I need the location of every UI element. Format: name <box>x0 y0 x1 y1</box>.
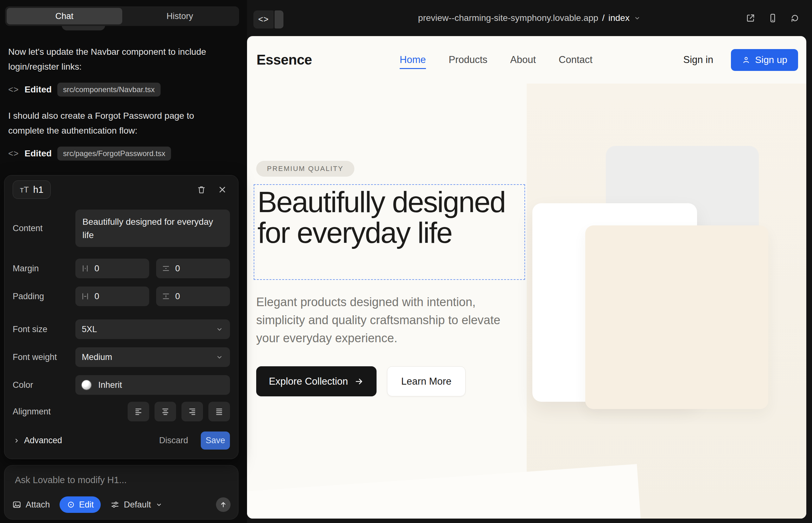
close-editor-button[interactable] <box>215 182 230 197</box>
margin-horizontal-input[interactable]: 0 <box>75 259 149 278</box>
refresh-button[interactable] <box>790 13 800 23</box>
file-badge[interactable]: src/pages/ForgotPassword.tsx <box>57 147 171 161</box>
alignment-row: Alignment <box>4 402 238 421</box>
target-icon <box>67 500 75 509</box>
url-bar[interactable]: preview--charming-site-symphony.lovable.… <box>418 0 641 36</box>
composer-input[interactable] <box>15 475 224 485</box>
content-row: Content Beautifully designed for everyda… <box>4 210 238 247</box>
save-button[interactable]: Save <box>201 432 230 450</box>
chat-message: Now let's update the Navbar component to… <box>8 44 217 74</box>
trash-icon <box>197 185 206 194</box>
send-button[interactable] <box>216 497 231 512</box>
text-type-icon: тT <box>20 185 29 195</box>
composer-toolbar: Attach Edit Default <box>12 497 231 513</box>
image-icon <box>12 500 21 509</box>
site-navbar: Essence Home Products About Contact Sign… <box>247 36 806 84</box>
font-size-label: Font size <box>13 325 75 334</box>
user-icon <box>742 55 751 64</box>
padding-label: Padding <box>13 292 75 301</box>
site-nav-auth: Sign in Sign up <box>683 36 798 84</box>
align-right-icon <box>188 407 197 416</box>
margin-row: Margin 0 0 <box>4 259 238 278</box>
padding-vertical-input[interactable]: 0 <box>156 287 230 306</box>
file-badge[interactable]: src/components/Navbar.tsx <box>57 83 160 96</box>
edit-mode-button[interactable]: Edit <box>59 497 101 513</box>
align-left-icon <box>134 407 143 416</box>
font-size-select[interactable]: 5XL <box>75 320 230 339</box>
font-weight-label: Font weight <box>13 353 75 362</box>
editor-header: тT h1 <box>13 180 230 199</box>
content-label: Content <box>13 223 75 233</box>
margin-vertical-input[interactable]: 0 <box>156 259 230 278</box>
content-input[interactable]: Beautifully designed for everyday life <box>75 210 230 247</box>
url-page: index <box>608 13 630 23</box>
explore-collection-button[interactable]: Explore Collection <box>256 366 376 396</box>
align-justify-button[interactable] <box>208 402 230 421</box>
padding-horizontal-input[interactable]: 0 <box>75 287 149 306</box>
align-right-button[interactable] <box>181 402 203 421</box>
chat-sidebar: Chat History Now let's update the Navbar… <box>0 0 247 523</box>
open-in-new-button[interactable] <box>745 13 756 23</box>
chevron-down-icon <box>215 353 224 361</box>
color-label: Color <box>13 380 75 390</box>
font-weight-select[interactable]: Medium <box>75 347 230 367</box>
nav-link-home[interactable]: Home <box>400 54 426 69</box>
tab-history[interactable]: History <box>122 8 238 24</box>
advanced-toggle[interactable]: Advanced <box>13 436 62 446</box>
arrow-up-icon <box>219 501 227 509</box>
mobile-view-button[interactable] <box>768 13 778 23</box>
hero-headline[interactable]: Beautifully designed for everyday life <box>258 187 524 248</box>
site-nav-links: Home Products About Contact <box>400 36 593 84</box>
align-justify-icon <box>215 407 224 416</box>
hero-subtext: Elegant products designed with intention… <box>256 293 510 347</box>
preview-pane: <> preview--charming-site-symphony.lovab… <box>247 0 812 523</box>
nav-link-contact[interactable]: Contact <box>559 54 593 66</box>
chevron-down-icon <box>215 325 224 333</box>
font-size-row: Font size 5XL <box>4 320 238 339</box>
sign-up-button[interactable]: Sign up <box>731 49 798 71</box>
learn-more-button[interactable]: Learn More <box>387 366 466 396</box>
nav-link-about[interactable]: About <box>510 54 536 66</box>
padding-vertical-icon <box>162 292 170 301</box>
quality-badge: PREMIUM QUALITY <box>256 161 354 177</box>
element-tag-pill[interactable]: тT h1 <box>13 180 51 199</box>
padding-horizontal-icon <box>81 292 89 301</box>
align-center-icon <box>161 407 170 416</box>
hero-card-beige <box>585 226 768 409</box>
margin-horizontal-icon <box>81 264 89 273</box>
tab-chat[interactable]: Chat <box>7 8 122 24</box>
alignment-label: Alignment <box>13 407 75 417</box>
hero-cta-row: Explore Collection Learn More <box>256 366 465 396</box>
attach-button[interactable]: Attach <box>12 500 50 510</box>
nav-link-products[interactable]: Products <box>449 54 488 66</box>
panel-handle[interactable] <box>275 11 283 29</box>
topbar-actions <box>745 0 800 36</box>
sign-in-link[interactable]: Sign in <box>683 54 713 66</box>
site-preview: Essence Home Products About Contact Sign… <box>247 36 806 519</box>
url-host: preview--charming-site-symphony.lovable.… <box>418 13 598 23</box>
preview-topbar: <> preview--charming-site-symphony.lovab… <box>247 0 812 36</box>
view-toggle: <> <box>253 11 283 29</box>
padding-row: Padding 0 0 <box>4 287 238 306</box>
element-editor-panel: тT h1 Content Beautifully designed for e… <box>4 175 239 459</box>
arrow-right-icon <box>354 377 364 386</box>
editor-footer: Advanced Discard Save <box>4 432 238 450</box>
element-tag-label: h1 <box>33 184 43 195</box>
delete-element-button[interactable] <box>194 182 209 197</box>
align-left-button[interactable] <box>128 402 149 421</box>
font-weight-row: Font weight Medium <box>4 347 238 367</box>
url-separator: / <box>602 13 604 23</box>
code-icon: <> <box>8 85 19 95</box>
code-view-button[interactable]: <> <box>253 11 273 29</box>
site-brand[interactable]: Essence <box>257 36 312 84</box>
chevron-down-icon <box>155 501 163 508</box>
chevron-down-icon <box>633 14 641 22</box>
default-mode-button[interactable]: Default <box>110 500 163 510</box>
align-center-button[interactable] <box>155 402 176 421</box>
close-icon <box>217 185 227 194</box>
code-icon: <> <box>258 15 269 24</box>
hero-diagonal-shape <box>247 464 648 519</box>
sliders-icon <box>110 500 120 509</box>
discard-button[interactable]: Discard <box>159 436 188 446</box>
color-select[interactable]: Inherit <box>75 375 230 395</box>
